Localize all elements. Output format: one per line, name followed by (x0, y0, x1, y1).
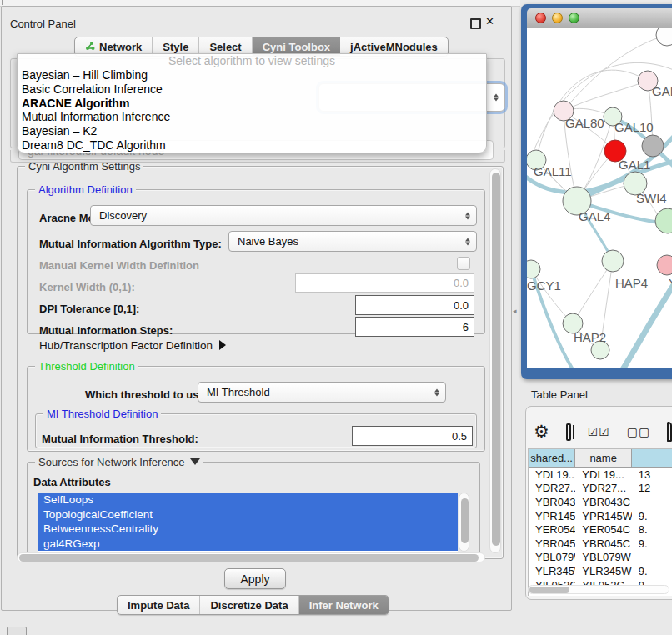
table-horizontal-scrollbar[interactable] (528, 585, 669, 594)
table-cell: YLR345W (529, 565, 575, 578)
collapsed-arrow-icon (219, 340, 226, 350)
tab-discretize-data[interactable]: Discretize Data (200, 596, 298, 614)
table-row[interactable]: YBR045CYBR045C9. (529, 537, 672, 551)
network-node[interactable] (657, 255, 672, 275)
tab-label: Select (209, 41, 241, 53)
data-attributes-list[interactable]: SelfLoopsTopologicalCoefficientBetweenne… (38, 492, 458, 552)
table-panel-toolbar: ⚙ ☑☑ ▢▢ (534, 417, 672, 447)
aracne-mode-value: Discovery (99, 209, 147, 222)
table-cell: 9. (632, 565, 672, 578)
table-column-header[interactable]: shared... (529, 449, 575, 467)
tab-infer-network[interactable]: Infer Network (299, 596, 389, 614)
algorithm-option[interactable]: Bayesian – K2 (18, 124, 486, 138)
tab-label: Discretize Data (210, 599, 288, 612)
algorithm-definition-title: Algorithm Definition (35, 183, 136, 196)
network-node[interactable] (656, 28, 672, 46)
table-row[interactable]: YBR043CYBR043C (529, 495, 672, 509)
table-row[interactable]: YDR27...YDR27...12 (529, 482, 672, 496)
mi-threshold-field[interactable]: 0.5 (352, 426, 473, 446)
sources-list-scrollbar[interactable] (459, 492, 469, 552)
mi-algorithm-type-combo[interactable]: Naive Bayes (228, 231, 477, 252)
manual-kernel-width-checkbox[interactable] (457, 257, 470, 270)
gear-icon[interactable]: ⚙ (534, 423, 549, 441)
table-column-header[interactable] (632, 449, 672, 467)
table-panel-title: Table Panel (531, 388, 588, 401)
table-row[interactable]: YDL19...YDL19...13 (529, 468, 672, 482)
table-cell: YBR043C (529, 496, 575, 508)
algorithm-option[interactable]: Basic Correlation Inference (18, 82, 486, 97)
table-cell: YBR045C (529, 538, 575, 550)
network-canvas[interactable]: GALGAL80GAL10GAL1GAL11SWI4GAL4GCY1HAP4YH… (527, 28, 672, 368)
which-threshold-label: Which threshold to use: (85, 388, 208, 401)
cyni-mode-tabs: Impute DataDiscretize DataInfer Network (117, 595, 389, 615)
data-attribute-item[interactable]: BetweennessCentrality (38, 522, 458, 537)
float-window-icon[interactable] (470, 18, 481, 29)
table-cell: 8. (632, 523, 672, 536)
table-row[interactable]: YER054CYER054C8. (529, 522, 672, 537)
zoom-traffic-light-icon[interactable] (569, 12, 579, 23)
columns-icon[interactable] (566, 423, 571, 441)
network-node-label: GAL10 (614, 120, 654, 134)
mi-algorithm-type-label: Mutual Information Algorithm Type: (39, 238, 222, 250)
combo-arrows-icon (494, 94, 499, 102)
mi-steps-field[interactable]: 6 (355, 317, 474, 337)
algorithm-option[interactable]: Bayesian – Hill Climbing (18, 68, 486, 82)
table-cell: YLR345W (575, 565, 631, 578)
table-header-row: shared...name (529, 449, 672, 468)
network-node-label: HAP4 (615, 276, 648, 290)
network-node-label: GAL80 (565, 116, 604, 130)
table-cell: YBL079W (529, 551, 575, 563)
table-cell: YDL19... (529, 468, 575, 481)
network-node[interactable] (655, 208, 672, 233)
data-attribute-item[interactable]: SelfLoops (38, 492, 458, 508)
settings-vertical-scrollbar[interactable] (489, 168, 501, 553)
which-threshold-combo[interactable]: MI Threshold (198, 382, 446, 402)
algorithm-option[interactable]: Dream8 DC_TDC Algorithm (18, 138, 486, 152)
control-panel-title: Control Panel (10, 18, 76, 30)
table-row[interactable]: YBL079WYBL079W (529, 551, 672, 565)
algorithm-option[interactable]: ARACNE Algorithm (18, 97, 486, 111)
minimize-traffic-light-icon[interactable] (552, 12, 563, 23)
hub-transcription-section[interactable]: Hub/Transcription Factor Definition (39, 339, 226, 352)
table-cell: YDL19... (575, 468, 631, 481)
kernel-width-field[interactable]: 0.0 (295, 273, 474, 292)
data-attribute-item[interactable]: gal4RGexp (38, 537, 458, 552)
mi-threshold-definition-title: MI Threshold Definition (43, 408, 161, 420)
table-row[interactable]: YPR145WYPR145W9. (529, 509, 672, 523)
unchecked-boxes-icon[interactable]: ▢▢ (627, 425, 650, 438)
which-threshold-value: MI Threshold (207, 386, 270, 398)
table-cell: YBL079W (575, 551, 631, 563)
settings-horizontal-scrollbar[interactable] (17, 552, 485, 562)
data-attribute-item[interactable]: TopologicalCoefficient (38, 508, 458, 522)
algorithm-option[interactable]: Mutual Information Inference (18, 110, 486, 124)
dpi-tolerance-label: DPI Tolerance [0,1]: (39, 302, 139, 315)
network-node-label: GAL11 (534, 164, 572, 178)
apply-button-label: Apply (240, 572, 269, 586)
dpi-tolerance-field[interactable]: 0.0 (355, 295, 474, 315)
tab-impute-data[interactable]: Impute Data (118, 596, 200, 614)
panel-splitter-handle[interactable]: ◂ (513, 307, 517, 315)
sources-group-title[interactable]: Sources for Network Inference (35, 456, 203, 468)
close-traffic-light-icon[interactable] (535, 12, 546, 23)
mi-steps-label: Mutual Information Steps: (39, 324, 173, 337)
mi-algorithm-type-value: Naive Bayes (238, 235, 298, 248)
corner-grip-icon[interactable] (7, 627, 27, 635)
network-window-titlebar[interactable] (527, 8, 672, 28)
network-node[interactable] (602, 250, 624, 272)
document-icon[interactable] (667, 422, 672, 442)
table-cell: YDR27... (575, 482, 631, 494)
network-node-label: SWI4 (636, 191, 667, 205)
network-node[interactable] (642, 135, 664, 157)
table-row[interactable]: YLR345WYLR345W9. (529, 564, 672, 578)
apply-button[interactable]: Apply (224, 568, 286, 589)
aracne-mode-combo[interactable]: Discovery (90, 205, 477, 226)
expanded-arrow-icon (190, 458, 200, 465)
close-icon[interactable]: ✕ (485, 15, 494, 28)
table-cell: YPR145W (529, 510, 575, 522)
network-node-label: GCY1 (527, 278, 561, 292)
table-cell: YBR045C (575, 538, 631, 550)
network-node[interactable] (527, 260, 540, 278)
checked-boxes-icon[interactable]: ☑☑ (588, 425, 610, 438)
tab-label: Infer Network (309, 599, 379, 612)
table-column-header[interactable]: name (575, 449, 632, 467)
